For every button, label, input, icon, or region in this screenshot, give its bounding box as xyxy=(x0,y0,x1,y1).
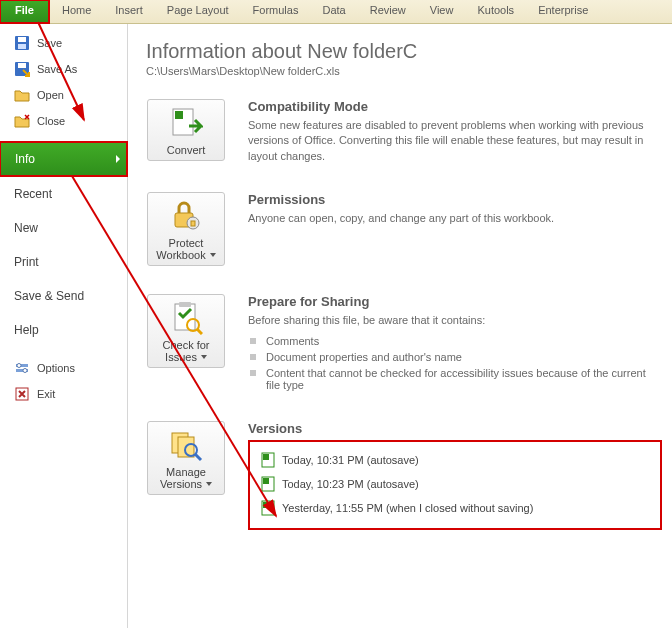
sidebar-help-label: Help xyxy=(14,323,39,337)
section-prepare-sharing: Check for Issues Prepare for Sharing Bef… xyxy=(146,294,662,392)
version-item[interactable]: Today, 10:23 PM (autosave) xyxy=(260,472,650,496)
options-icon xyxy=(14,360,30,376)
svg-rect-16 xyxy=(179,302,191,307)
convert-icon xyxy=(150,106,222,140)
open-icon xyxy=(14,87,30,103)
backstage-content: Information about New folderC C:\Users\M… xyxy=(128,24,672,628)
tab-page-layout[interactable]: Page Layout xyxy=(155,0,241,23)
sidebar-exit[interactable]: Exit xyxy=(0,381,127,407)
svg-rect-28 xyxy=(263,502,269,508)
excel-file-icon xyxy=(260,476,276,492)
sidebar-close[interactable]: Close xyxy=(0,108,127,134)
prepare-sharing-heading: Prepare for Sharing xyxy=(248,294,662,309)
svg-line-18 xyxy=(197,329,202,334)
svg-rect-1 xyxy=(18,37,26,42)
manage-versions-icon xyxy=(150,428,222,462)
tab-review[interactable]: Review xyxy=(358,0,418,23)
sidebar-print-label: Print xyxy=(14,255,39,269)
excel-file-icon xyxy=(260,452,276,468)
save-icon xyxy=(14,35,30,51)
compatibility-body: Some new features are disabled to preven… xyxy=(248,118,662,164)
tab-file[interactable]: File xyxy=(0,0,50,24)
tab-enterprise[interactable]: Enterprise xyxy=(526,0,600,23)
tab-kutools[interactable]: Kutools xyxy=(465,0,526,23)
svg-rect-14 xyxy=(191,221,195,226)
ribbon-tabs: File Home Insert Page Layout Formulas Da… xyxy=(0,0,672,24)
tab-data[interactable]: Data xyxy=(310,0,357,23)
sidebar-open[interactable]: Open xyxy=(0,82,127,108)
exit-icon xyxy=(14,386,30,402)
manage-versions-button[interactable]: Manage Versions xyxy=(147,421,225,495)
svg-rect-24 xyxy=(263,454,269,460)
convert-button[interactable]: Convert xyxy=(147,99,225,161)
prepare-sharing-lead: Before sharing this file, be aware that … xyxy=(248,313,662,328)
check-issues-label: Check for Issues xyxy=(162,339,209,363)
sidebar-save-label: Save xyxy=(37,37,62,49)
section-compatibility: Convert Compatibility Mode Some new feat… xyxy=(146,99,662,164)
svg-rect-26 xyxy=(263,478,269,484)
section-permissions: Protect Workbook Permissions Anyone can … xyxy=(146,192,662,266)
tab-home[interactable]: Home xyxy=(50,0,103,23)
sidebar-new[interactable]: New xyxy=(0,211,127,245)
save-as-icon xyxy=(14,61,30,77)
tab-insert[interactable]: Insert xyxy=(103,0,155,23)
permissions-heading: Permissions xyxy=(248,192,662,207)
tab-view[interactable]: View xyxy=(418,0,466,23)
permissions-body: Anyone can open, copy, and change any pa… xyxy=(248,211,662,226)
svg-line-22 xyxy=(195,454,201,460)
convert-button-label: Convert xyxy=(167,144,206,156)
sidebar-close-label: Close xyxy=(37,115,65,127)
check-issues-button[interactable]: Check for Issues xyxy=(147,294,225,368)
svg-rect-2 xyxy=(18,44,26,49)
tab-formulas[interactable]: Formulas xyxy=(241,0,311,23)
manage-versions-label: Manage Versions xyxy=(160,466,212,490)
sidebar-save-as-label: Save As xyxy=(37,63,77,75)
sidebar-save-as[interactable]: Save As xyxy=(0,56,127,82)
svg-rect-11 xyxy=(175,111,183,119)
protect-workbook-button[interactable]: Protect Workbook xyxy=(147,192,225,266)
sidebar-open-label: Open xyxy=(37,89,64,101)
svg-rect-4 xyxy=(18,63,26,68)
sidebar-save-send-label: Save & Send xyxy=(14,289,84,303)
version-label: Today, 10:23 PM (autosave) xyxy=(282,478,419,490)
svg-point-7 xyxy=(17,364,21,368)
close-icon xyxy=(14,113,30,129)
sidebar-options[interactable]: Options xyxy=(0,355,127,381)
protect-workbook-label: Protect Workbook xyxy=(156,237,215,261)
version-label: Yesterday, 11:55 PM (when I closed witho… xyxy=(282,502,533,514)
version-item[interactable]: Yesterday, 11:55 PM (when I closed witho… xyxy=(260,496,650,520)
sidebar-info[interactable]: Info xyxy=(0,141,128,177)
compatibility-heading: Compatibility Mode xyxy=(248,99,662,114)
list-item: Content that cannot be checked for acces… xyxy=(248,365,662,393)
version-label: Today, 10:31 PM (autosave) xyxy=(282,454,419,466)
versions-list: Today, 10:31 PM (autosave) Today, 10:23 … xyxy=(248,440,662,530)
svg-point-8 xyxy=(23,369,27,373)
sidebar-help[interactable]: Help xyxy=(0,313,127,347)
sidebar-new-label: New xyxy=(14,221,38,235)
sidebar-info-label: Info xyxy=(15,152,35,166)
file-path: C:\Users\Mars\Desktop\New folderC.xls xyxy=(146,65,662,77)
list-item: Comments xyxy=(248,333,662,349)
version-item[interactable]: Today, 10:31 PM (autosave) xyxy=(260,448,650,472)
prepare-sharing-list: Comments Document properties and author'… xyxy=(248,333,662,393)
list-item: Document properties and author's name xyxy=(248,349,662,365)
sidebar-save-send[interactable]: Save & Send xyxy=(0,279,127,313)
sidebar-recent[interactable]: Recent xyxy=(0,177,127,211)
versions-heading: Versions xyxy=(248,421,662,436)
sidebar-options-label: Options xyxy=(37,362,75,374)
excel-file-icon xyxy=(260,500,276,516)
lock-icon xyxy=(150,199,222,233)
backstage-sidebar: Save Save As Open Close Info Recent New … xyxy=(0,24,128,628)
section-versions: Manage Versions Versions Today, 10:31 PM… xyxy=(146,421,662,530)
check-issues-icon xyxy=(150,301,222,335)
sidebar-save[interactable]: Save xyxy=(0,30,127,56)
sidebar-exit-label: Exit xyxy=(37,388,55,400)
sidebar-print[interactable]: Print xyxy=(0,245,127,279)
page-title: Information about New folderC xyxy=(146,40,662,63)
sidebar-recent-label: Recent xyxy=(14,187,52,201)
